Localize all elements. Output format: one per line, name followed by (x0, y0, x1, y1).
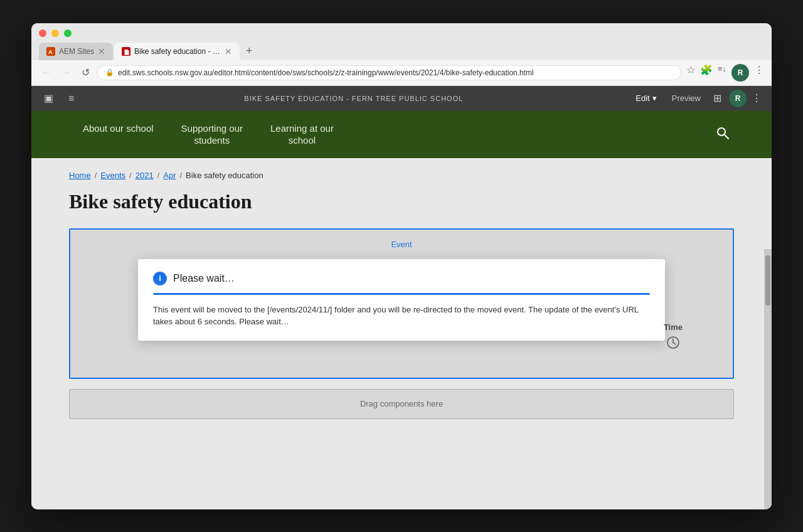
tabs-bar: A AEM Sites ✕ 📄 Bike safety education - … (39, 42, 764, 60)
reload-button[interactable]: ↺ (79, 65, 92, 80)
tab-title-aem: AEM Sites (59, 47, 94, 56)
time-label: Time (664, 322, 683, 332)
traffic-lights (39, 29, 764, 37)
drag-components-area[interactable]: Drag components here (69, 389, 734, 419)
svg-line-8 (673, 343, 676, 344)
dialog-message: This event will be moved to the [/events… (153, 304, 650, 328)
forward-button[interactable]: → (59, 66, 74, 80)
address-actions: ☆ 🧩 ≡↓ R ⋮ (686, 64, 764, 82)
scrollbar-thumb (765, 255, 770, 306)
breadcrumb-2021[interactable]: 2021 (136, 171, 154, 180)
edit-button[interactable]: Edit ▾ (630, 91, 661, 105)
nav-items: About our school Supporting our students… (69, 111, 711, 158)
aem-page-name: BIKE SAFETY EDUCATION - FERN TREE PUBLIC… (244, 95, 463, 102)
vertical-scrollbar[interactable] (764, 249, 772, 509)
clock-icon (664, 336, 683, 353)
event-component-label: Event (80, 240, 723, 249)
page-title: Bike safety education (69, 190, 734, 213)
breadcrumb-sep-4: / (179, 171, 182, 180)
svg-point-4 (718, 128, 725, 136)
aem-toolbar-right: Edit ▾ Preview ⊞ R ⋮ (630, 90, 762, 107)
grid-view-button[interactable]: ⊞ (711, 90, 724, 107)
edit-dropdown-icon: ▾ (652, 93, 657, 103)
bookmark-icon[interactable]: ☆ (686, 64, 695, 82)
breadcrumb-home[interactable]: Home (69, 171, 91, 180)
breadcrumb-current: Bike safety education (186, 171, 263, 180)
url-text: edit.sws.schools.nsw.gov.au/editor.html/… (118, 68, 534, 77)
breadcrumb-events[interactable]: Events (100, 171, 125, 180)
drag-area-label: Drag components here (360, 399, 443, 408)
dialog-header: i Please wait… (153, 272, 650, 285)
security-lock-icon: 🔒 (105, 68, 114, 77)
breadcrumb-apr[interactable]: Apr (163, 171, 176, 180)
aem-more-button[interactable]: ⋮ (752, 92, 762, 104)
back-button[interactable]: ← (39, 66, 54, 80)
svg-line-5 (725, 135, 728, 139)
tab-bike-safety[interactable]: 📄 Bike safety education - Fern T... ✕ (114, 43, 240, 60)
edit-label: Edit (635, 93, 649, 103)
tab-favicon-aem: A (46, 47, 55, 56)
event-block: Event i Please wait… This event will be … (69, 228, 734, 379)
page-content: Home / Events / 2021 / Apr / Bike safety… (31, 158, 772, 509)
preview-button[interactable]: Preview (667, 91, 706, 105)
progress-bar (153, 293, 650, 295)
breadcrumb-sep-1: / (95, 171, 97, 180)
nav-item-supporting[interactable]: Supporting our students (168, 111, 257, 158)
tab-title-bike: Bike safety education - Fern T... (134, 47, 221, 56)
minimize-traffic-light[interactable] (51, 29, 59, 37)
aem-toolbar-left: ▣ ≡ (41, 90, 77, 107)
maximize-traffic-light[interactable] (64, 29, 72, 37)
close-traffic-light[interactable] (39, 29, 46, 37)
please-wait-dialog: i Please wait… This event will be moved … (138, 259, 665, 341)
tab-aem-sites[interactable]: A AEM Sites ✕ (39, 43, 113, 60)
extensions2-icon[interactable]: ≡↓ (718, 64, 726, 82)
more-options-icon[interactable]: ⋮ (754, 64, 764, 82)
event-time-section: Time (664, 322, 683, 353)
user-avatar-aem[interactable]: R (729, 90, 747, 107)
browser-window: A AEM Sites ✕ 📄 Bike safety education - … (31, 23, 772, 509)
sidebar-toggle-button[interactable]: ▣ (41, 90, 56, 107)
url-bar[interactable]: 🔒 edit.sws.schools.nsw.gov.au/editor.htm… (97, 65, 681, 80)
nav-item-about[interactable]: About our school (69, 111, 168, 158)
aem-toolbar: ▣ ≡ BIKE SAFETY EDUCATION - FERN TREE PU… (31, 86, 772, 111)
browser-chrome: A AEM Sites ✕ 📄 Bike safety education - … (31, 23, 772, 60)
breadcrumb: Home / Events / 2021 / Apr / Bike safety… (69, 171, 734, 180)
breadcrumb-sep-3: / (157, 171, 160, 180)
svg-text:📄: 📄 (124, 49, 130, 55)
tab-close-aem[interactable]: ✕ (98, 47, 105, 56)
address-bar: ← → ↺ 🔒 edit.sws.schools.nsw.gov.au/edit… (31, 60, 772, 86)
svg-text:A: A (48, 49, 53, 55)
user-avatar-chrome[interactable]: R (731, 64, 749, 82)
breadcrumb-sep-2: / (129, 171, 132, 180)
site-navigation: About our school Supporting our students… (31, 111, 772, 158)
extensions-icon[interactable]: 🧩 (700, 64, 713, 82)
nav-item-learning[interactable]: Learning at our school (257, 111, 348, 158)
dialog-title: Please wait… (173, 273, 235, 284)
tab-favicon-bike: 📄 (122, 47, 130, 56)
search-icon[interactable] (711, 122, 734, 147)
info-icon: i (153, 272, 167, 285)
new-tab-button[interactable]: + (241, 42, 258, 60)
properties-button[interactable]: ≡ (66, 90, 77, 107)
tab-close-bike[interactable]: ✕ (225, 47, 232, 56)
